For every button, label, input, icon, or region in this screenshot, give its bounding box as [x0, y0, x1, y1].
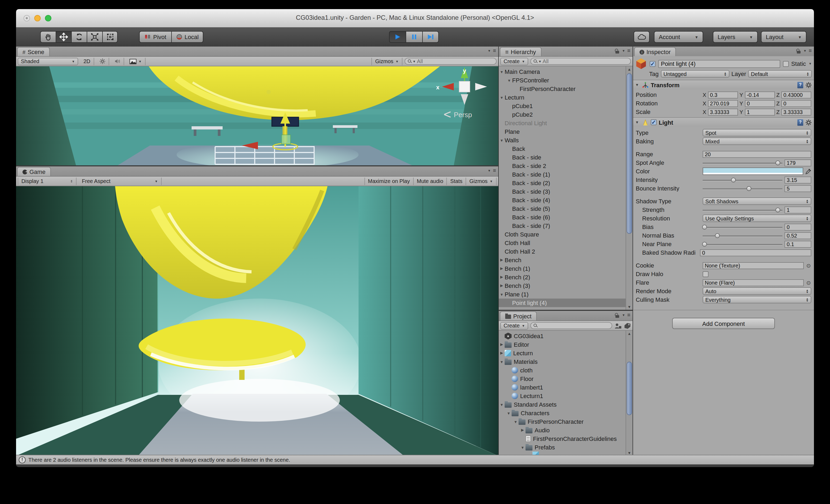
hierarchy-panel-menu[interactable]: ▼ ≡: [615, 48, 630, 54]
maximize-on-play-toggle[interactable]: Maximize on Play: [364, 177, 414, 185]
scale-z-field[interactable]: 3.33333: [781, 108, 811, 115]
scene-lighting-toggle[interactable]: [96, 58, 109, 65]
expander-icon[interactable]: [499, 360, 505, 364]
move-tool-button[interactable]: [56, 31, 71, 43]
status-bar[interactable]: ! There are 2 audio listeners in the sce…: [16, 455, 814, 464]
toggle-2d-button[interactable]: 2D: [80, 58, 94, 65]
scale-tool-button[interactable]: [87, 31, 102, 43]
account-dropdown[interactable]: Account▼: [654, 31, 703, 43]
flare-object-field[interactable]: None (Flare): [703, 279, 804, 286]
mute-audio-toggle[interactable]: Mute audio: [414, 177, 447, 185]
scene-search-input[interactable]: ▼ All: [405, 58, 497, 65]
hand-tool-button[interactable]: [40, 31, 56, 43]
project-search-input[interactable]: [530, 322, 612, 329]
expander-icon[interactable]: [499, 266, 505, 271]
game-gizmos-dropdown[interactable]: Gizmos ▼: [466, 177, 497, 185]
lock-icon[interactable]: [615, 48, 620, 53]
project-scrollbar[interactable]: ▲ ▼: [626, 331, 633, 456]
tab-hierarchy[interactable]: ≡ Hierarchy: [500, 47, 541, 56]
draw-halo-checkbox[interactable]: [703, 271, 708, 277]
rotate-tool-button[interactable]: [71, 31, 87, 43]
hierarchy-item[interactable]: pCube2: [499, 110, 626, 119]
active-checkbox[interactable]: ✓: [650, 61, 656, 67]
lock-icon[interactable]: [796, 48, 801, 53]
aspect-dropdown[interactable]: Free Aspect ▼: [79, 177, 162, 185]
game-panel-menu[interactable]: ▼ ≡: [487, 168, 496, 173]
expander-icon[interactable]: [499, 292, 505, 296]
position-x-field[interactable]: 0.3: [708, 91, 738, 98]
cloud-services-button[interactable]: [634, 31, 650, 43]
foldout-icon[interactable]: ▼: [635, 83, 640, 87]
hierarchy-item[interactable]: Lecturn: [499, 93, 626, 102]
expander-icon[interactable]: [499, 138, 505, 142]
project-item[interactable]: Lecturn1: [499, 392, 626, 400]
position-z-field[interactable]: 0.43000: [781, 91, 811, 98]
scrollbar-thumb[interactable]: [627, 362, 632, 415]
hierarchy-item[interactable]: Cloth Hall: [499, 239, 626, 247]
local-toggle-button[interactable]: Local: [171, 31, 203, 43]
project-item[interactable]: Prefabs: [499, 443, 626, 451]
hierarchy-item[interactable]: Cloth Square: [499, 230, 626, 239]
intensity-slider[interactable]: [703, 176, 783, 183]
shadow-type-dropdown[interactable]: Soft Shadows▲▼: [703, 197, 811, 205]
object-picker-icon[interactable]: ⊙: [806, 279, 811, 285]
hierarchy-item[interactable]: Point light (4): [499, 299, 626, 307]
baked-shadow-radius-field[interactable]: 0: [700, 249, 811, 256]
project-item[interactable]: Lecturn: [499, 349, 626, 358]
hierarchy-item[interactable]: Back - side: [499, 153, 626, 162]
bounce-intensity-slider[interactable]: [703, 185, 783, 192]
expander-icon[interactable]: [506, 78, 512, 82]
pivot-toggle-button[interactable]: Pivot: [139, 31, 171, 43]
hierarchy-search-input[interactable]: ▼ All: [530, 58, 631, 65]
strength-slider[interactable]: [703, 206, 783, 213]
intensity-field[interactable]: 3.15: [785, 176, 811, 183]
expander-icon[interactable]: [499, 351, 505, 355]
project-item[interactable]: Audio: [499, 426, 626, 434]
scene-panel-menu[interactable]: ▼ ≡: [487, 48, 496, 54]
gear-icon[interactable]: [805, 81, 812, 88]
layout-dropdown[interactable]: Layout▼: [761, 31, 806, 43]
scale-x-field[interactable]: 3.33333: [708, 108, 738, 115]
normal-bias-field[interactable]: 0.52: [785, 232, 811, 239]
rect-tool-button[interactable]: [102, 31, 118, 43]
near-plane-field[interactable]: 0.1: [785, 240, 811, 247]
normal-bias-slider[interactable]: [703, 232, 783, 239]
hierarchy-item[interactable]: Back - side (1): [499, 170, 626, 179]
game-viewport[interactable]: [16, 186, 498, 456]
hierarchy-item[interactable]: Main Camera: [499, 67, 626, 76]
play-button[interactable]: [389, 31, 406, 43]
project-item[interactable]: Characters: [499, 409, 626, 417]
rotation-x-field[interactable]: 270.019: [708, 100, 738, 107]
light-color-swatch[interactable]: [703, 167, 803, 175]
expander-icon[interactable]: [513, 420, 518, 424]
hierarchy-item[interactable]: FirstPersonCharacter: [499, 85, 626, 93]
scene-audio-toggle[interactable]: [111, 58, 124, 65]
hierarchy-item[interactable]: Back - side (6): [499, 213, 626, 222]
hierarchy-item[interactable]: FPSController: [499, 76, 626, 85]
project-item[interactable]: FirstPersonCharacterGuidelines: [499, 434, 626, 443]
expander-icon[interactable]: [520, 428, 525, 432]
tab-inspector[interactable]: i Inspector: [634, 47, 676, 56]
help-book-icon[interactable]: ?: [797, 119, 803, 126]
resolution-dropdown[interactable]: Use Quality Settings▲▼: [703, 214, 811, 222]
scale-y-field[interactable]: 1: [745, 108, 775, 115]
hierarchy-item[interactable]: Back - side (4): [499, 196, 626, 204]
titlebar[interactable]: CG03idea1.unity - Garden - PC, Mac & Lin…: [16, 9, 814, 28]
scroll-up-icon[interactable]: ▲: [626, 331, 633, 337]
hierarchy-item[interactable]: Back - side 2: [499, 162, 626, 170]
expander-icon[interactable]: [499, 342, 505, 347]
pause-button[interactable]: [406, 31, 422, 43]
hierarchy-item[interactable]: pCube1: [499, 102, 626, 110]
expander-icon[interactable]: [499, 403, 505, 406]
expander-icon[interactable]: [499, 96, 505, 99]
hierarchy-item[interactable]: Cloth Hall 2: [499, 247, 626, 256]
hierarchy-item[interactable]: Back - side (2): [499, 179, 626, 187]
step-button[interactable]: [422, 31, 439, 43]
strength-field[interactable]: 1: [785, 206, 811, 213]
render-mode-dropdown[interactable]: Auto▲▼: [703, 287, 811, 295]
project-item[interactable]: FirstPersonCharacter: [499, 417, 626, 426]
hierarchy-item[interactable]: Walls: [499, 136, 626, 144]
near-plane-slider[interactable]: [703, 240, 783, 247]
scene-viewport[interactable]: y x Persp: [16, 66, 498, 165]
hierarchy-item[interactable]: Back - side (3): [499, 187, 626, 196]
